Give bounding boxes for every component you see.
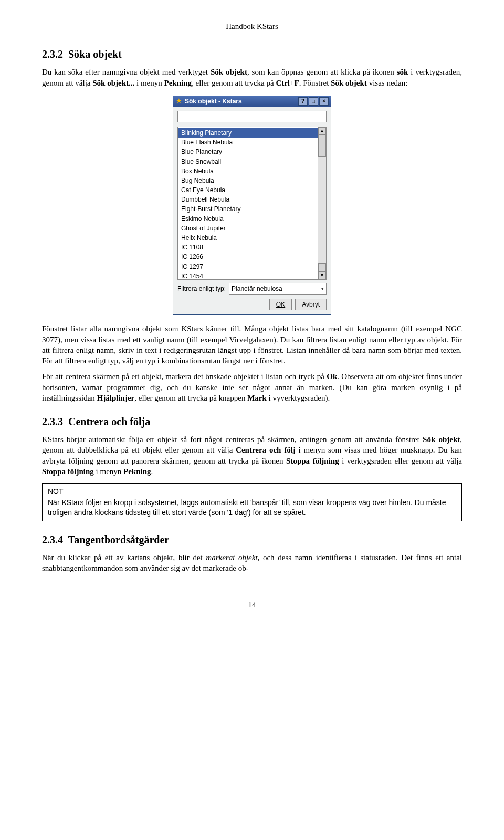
maximize-button[interactable]: □ — [309, 97, 318, 106]
t: + — [290, 79, 294, 87]
ok-label: OK — [276, 301, 285, 308]
section-234-title: Tangentbordsåtgärder — [68, 534, 170, 545]
cancel-button[interactable]: Avbryt — [295, 299, 327, 310]
t: F — [295, 79, 299, 87]
list-item[interactable]: IC 1454 — [178, 271, 318, 280]
object-list[interactable]: Blinking Planetary Blue Flash Nebula Blu… — [177, 127, 327, 280]
search-input[interactable] — [177, 111, 327, 122]
list-item[interactable]: IC 1108 — [178, 243, 318, 252]
scroll-thumb[interactable] — [318, 263, 326, 271]
filter-label: Filtrera enligt typ: — [177, 285, 226, 293]
t: visas nedan: — [367, 79, 407, 87]
section-232-title: Söka objekt — [68, 48, 122, 60]
t: För att centrera skärmen på ett objekt, … — [42, 372, 327, 381]
search-dialog: ★ Sök objekt - Kstars ? □ × Blinking Pla… — [173, 96, 331, 316]
t: Centrera och följ — [236, 446, 296, 454]
list-item[interactable]: IC 1266 — [178, 252, 318, 261]
dialog-body: Blinking Planetary Blue Flash Nebula Blu… — [173, 107, 331, 314]
section-234-heading: 2.3.4 Tangentbordsåtgärder — [42, 533, 462, 547]
t: , eller genom att trycka på — [192, 79, 276, 87]
t: i vyverktygsraden). — [267, 394, 330, 402]
list-item[interactable]: IC 1297 — [178, 262, 318, 271]
t: i menyn — [94, 467, 123, 476]
t: Sök objekt — [423, 435, 460, 444]
dialog-title: Sök objekt - Kstars — [183, 97, 297, 106]
page-header: Handbok KStars — [42, 21, 462, 32]
section-232-para3: För att centrera skärmen på ett objekt, … — [42, 371, 462, 403]
section-232-heading: 2.3.2 Söka objekt — [42, 47, 462, 61]
t: Ok — [327, 372, 337, 381]
note-body: När KStars följer en kropp i solsystemet… — [48, 498, 456, 518]
list-item[interactable]: Blue Planetary — [178, 147, 318, 156]
t: När du klickar på ett av kartans objekt,… — [42, 553, 206, 562]
list-item[interactable]: Cat Eye Nebula — [178, 185, 318, 195]
t: i menyn — [134, 79, 164, 87]
scroll-down-icon[interactable]: ▼ — [318, 271, 326, 279]
page-number: 14 — [42, 600, 462, 610]
t: Ctrl — [276, 79, 290, 87]
section-234-number: 2.3.4 — [42, 534, 63, 545]
app-icon: ★ — [175, 98, 183, 105]
ok-button[interactable]: OK — [269, 299, 292, 310]
close-button[interactable]: × — [319, 97, 329, 106]
help-button[interactable]: ? — [298, 97, 308, 106]
list-item[interactable]: Eight-Burst Planetary — [178, 204, 318, 214]
filter-combobox[interactable]: Planetär nebulosa ▾ — [229, 283, 327, 295]
dialog-titlebar[interactable]: ★ Sök objekt - Kstars ? □ × — [173, 96, 331, 107]
chevron-down-icon: ▾ — [321, 286, 324, 292]
t: . — [151, 467, 153, 476]
t: Du kan söka efter namngivna objekt med v… — [42, 68, 211, 76]
t: Pekning — [123, 467, 151, 476]
list-item[interactable]: Blinking Planetary — [178, 128, 318, 138]
t: Hjälplinjer — [97, 394, 135, 402]
t: sök — [397, 68, 408, 76]
t: Pekning — [164, 79, 192, 87]
t: Sök objekt — [331, 79, 367, 87]
filter-value: Planetär nebulosa — [232, 285, 282, 293]
note-box: NOT När KStars följer en kropp i solsyst… — [42, 483, 462, 521]
t: Sök objekt... — [92, 79, 134, 87]
section-233-number: 2.3.3 — [42, 416, 63, 427]
list-item[interactable]: Box Nebula — [178, 166, 318, 176]
section-232-para2: Fönstret listar alla namngivna objekt so… — [42, 323, 462, 366]
list-item[interactable]: Blue Flash Nebula — [178, 138, 318, 147]
t: , eller genom att trycka på knappen — [134, 394, 247, 402]
scroll-thumb[interactable] — [318, 135, 326, 157]
list-item[interactable]: Ghost of Jupiter — [178, 224, 318, 233]
section-233-title: Centrera och följa — [68, 416, 150, 427]
section-233-para: KStars börjar automatiskt följa ett obje… — [42, 434, 462, 477]
t: markerat objekt — [206, 553, 257, 562]
section-233-heading: 2.3.3 Centrera och följa — [42, 415, 462, 429]
t: Mark — [247, 394, 267, 402]
t: Stoppa följning — [286, 457, 339, 465]
t: Stoppa följning — [42, 467, 94, 476]
note-title: NOT — [48, 487, 456, 497]
list-item[interactable]: Helix Nebula — [178, 233, 318, 243]
list-item[interactable]: Blue Snowball — [178, 157, 318, 166]
t: i verktygsraden eller genom att välja — [339, 457, 462, 465]
scrollbar[interactable]: ▲ ▼ — [318, 127, 326, 279]
t: . Fönstret — [299, 79, 331, 87]
list-item[interactable]: Bug Nebula — [178, 176, 318, 185]
cancel-label: Avbryt — [302, 301, 320, 308]
list-item[interactable]: Dumbbell Nebula — [178, 195, 318, 204]
list-item[interactable]: Eskimo Nebula — [178, 214, 318, 224]
t: , som kan öppnas genom att klicka på iko… — [247, 68, 397, 76]
section-234-para: När du klickar på ett av kartans objekt,… — [42, 552, 462, 574]
scroll-up-icon[interactable]: ▲ — [318, 127, 326, 135]
section-232-number: 2.3.2 — [42, 48, 63, 60]
section-232-para1: Du kan söka efter namngivna objekt med v… — [42, 67, 462, 88]
t: Sök objekt — [211, 68, 247, 76]
t: KStars börjar automatiskt följa ett obje… — [42, 435, 423, 444]
